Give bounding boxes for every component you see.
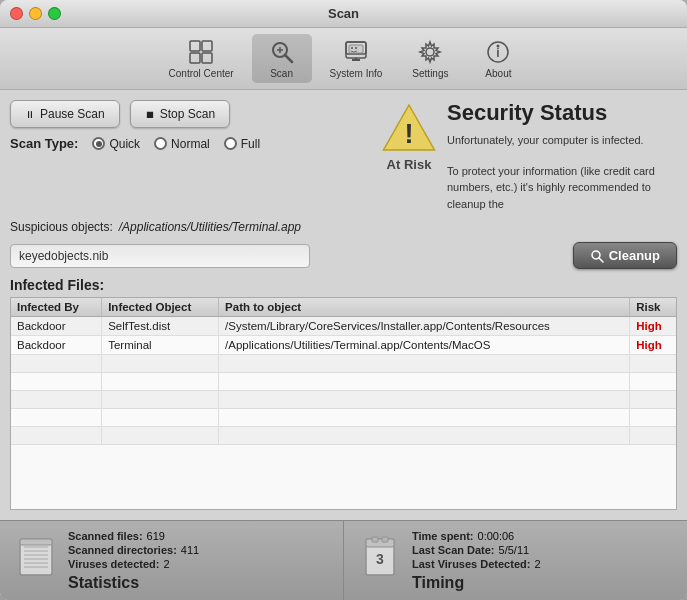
stat-row-dirs: Scanned directories: 411 [68,544,199,556]
svg-rect-32 [366,539,394,547]
minimize-button[interactable] [29,7,42,20]
timing-rows: Time spent: 0:00:06 Last Scan Date: 5/5/… [412,530,541,570]
col-risk: Risk [630,298,676,317]
filter-input[interactable] [10,244,310,268]
main-content: ⏸ Pause Scan ⏹ Stop Scan Scan Type: Quic… [0,90,687,520]
top-section: ⏸ Pause Scan ⏹ Stop Scan Scan Type: Quic… [10,100,677,212]
svg-text:i: i [497,46,500,60]
statistics-rows: Scanned files: 619 Scanned directories: … [68,530,199,570]
stat-viruses-value: 2 [164,558,170,570]
about-icon: i [484,38,512,66]
svg-rect-1 [202,41,212,51]
table-row-empty [11,391,676,409]
timing-time-label: Time spent: [412,530,474,542]
pause-scan-button[interactable]: ⏸ Pause Scan [10,100,120,128]
svg-rect-34 [382,537,388,542]
cell-path: /System/Library/CoreServices/Installer.a… [219,317,630,336]
table-row[interactable]: Backdoor Terminal /Applications/Utilitie… [11,336,676,355]
title-bar: Scan [0,0,687,28]
table-row[interactable]: Backdoor SelfTest.dist /System/Library/C… [11,317,676,336]
control-center-icon [187,38,215,66]
cell-infected-object: SelfTest.dist [102,317,219,336]
stop-scan-button[interactable]: ⏹ Stop Scan [130,100,230,128]
timing-last-viruses-label: Last Viruses Detected: [412,558,530,570]
svg-point-13 [351,47,353,49]
stat-files-label: Scanned files: [68,530,143,542]
toolbar-label-system-info: System Info [330,68,383,79]
scan-type-row: Scan Type: Quick Normal Full [10,136,369,151]
table-header-row: Infected By Infected Object Path to obje… [11,298,676,317]
scan-icon [268,38,296,66]
cleanup-label: Cleanup [609,248,660,263]
col-infected-object: Infected Object [102,298,219,317]
security-status-subtitle: Unfortunately, your computer is infected… [447,132,677,149]
timing-row-time: Time spent: 0:00:06 [412,530,541,542]
timing-last-scan-value: 5/5/11 [499,544,530,556]
suspicious-objects-row: Suspicious objects: /Applications/Utilit… [10,220,677,234]
svg-point-18 [497,45,500,48]
toolbar-label-about: About [485,68,511,79]
pause-scan-label: Pause Scan [40,107,105,121]
table-row-empty [11,373,676,391]
stop-icon: ⏹ [145,109,155,120]
toolbar-label-control-center: Control Center [169,68,234,79]
timing-title: Timing [412,574,541,592]
infected-files-table-container[interactable]: Infected By Infected Object Path to obje… [10,297,677,510]
close-button[interactable] [10,7,23,20]
radio-quick-circle [92,137,105,150]
svg-line-22 [599,258,603,262]
svg-text:!: ! [405,119,414,149]
toolbar-label-scan: Scan [270,68,293,79]
timing-time-value: 0:00:06 [478,530,515,542]
window-controls [10,7,61,20]
cleanup-button[interactable]: Cleanup [573,242,677,269]
security-status-body: To protect your information (like credit… [447,163,677,213]
timing-row-last-viruses: Last Viruses Detected: 2 [412,558,541,570]
stat-viruses-label: Viruses detected: [68,558,160,570]
toolbar-item-scan[interactable]: Scan [252,34,312,83]
stat-dirs-label: Scanned directories: [68,544,177,556]
stop-scan-label: Stop Scan [160,107,215,121]
toolbar-item-system-info[interactable]: System Info [320,34,393,83]
main-window: Scan Control Center [0,0,687,600]
statistics-title: Statistics [68,574,199,592]
statistics-content: Scanned files: 619 Scanned directories: … [68,530,199,592]
radio-normal[interactable]: Normal [154,137,210,151]
timing-icon: 3 [358,535,402,587]
svg-rect-0 [190,41,200,51]
toolbar-item-control-center[interactable]: Control Center [159,34,244,83]
table-row-empty [11,409,676,427]
toolbar-item-about[interactable]: i About [468,34,528,83]
toolbar-item-settings[interactable]: Settings [400,34,460,83]
col-infected-by: Infected By [11,298,102,317]
table-row-empty [11,427,676,445]
scan-type-label: Scan Type: [10,136,78,151]
svg-text:3: 3 [376,551,384,567]
toolbar-label-settings: Settings [412,68,448,79]
settings-icon [416,38,444,66]
cell-infected-by: Backdoor [11,336,102,355]
radio-normal-circle [154,137,167,150]
svg-rect-33 [372,537,378,542]
security-panel: Security Status Unfortunately, your comp… [447,100,677,212]
statistics-panel: Scanned files: 619 Scanned directories: … [0,521,344,600]
at-risk-label: At Risk [387,157,432,172]
maximize-button[interactable] [48,7,61,20]
cell-risk: High [630,336,676,355]
timing-row-last-scan: Last Scan Date: 5/5/11 [412,544,541,556]
svg-rect-2 [190,53,200,63]
status-bar: Scanned files: 619 Scanned directories: … [0,520,687,600]
cleanup-search-icon [590,249,604,263]
security-section: ! At Risk Security Status Unfortunately,… [379,100,677,212]
cell-risk: High [630,317,676,336]
stat-dirs-value: 411 [181,544,199,556]
radio-normal-label: Normal [171,137,210,151]
toolbar: Control Center Scan [0,28,687,90]
infected-files-table: Infected By Infected Object Path to obje… [11,298,676,445]
timing-last-viruses-value: 2 [534,558,540,570]
stat-row-viruses: Viruses detected: 2 [68,558,199,570]
radio-full[interactable]: Full [224,137,260,151]
col-path: Path to object [219,298,630,317]
window-title: Scan [328,6,359,21]
radio-quick[interactable]: Quick [92,137,140,151]
